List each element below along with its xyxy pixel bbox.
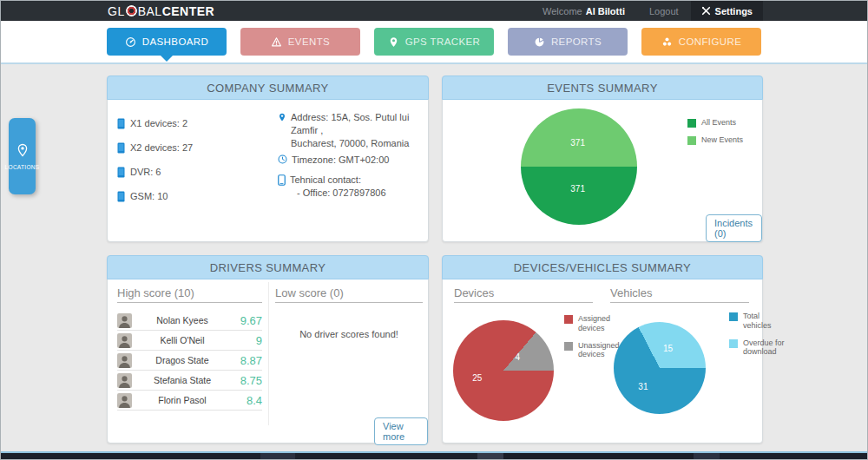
device-count-item: X2 devices: 27	[117, 135, 193, 160]
legend-item: Overdue for download	[729, 338, 788, 358]
person-avatar-icon	[117, 353, 132, 368]
driver-name: Nolan Kyees	[132, 315, 233, 325]
driver-name: Stefania State	[132, 375, 233, 385]
legend-item: New Events	[687, 135, 755, 145]
device-count-item: X1 devices: 2	[117, 111, 193, 135]
driver-score: 9.67	[233, 314, 262, 327]
pie-chart-icon	[534, 36, 545, 48]
pie-slice-value: 15	[663, 343, 673, 352]
vehicles-legend: Total vehicles Overdue for download	[729, 312, 788, 357]
locations-tab-label: LOCATIONS	[5, 164, 40, 170]
driver-row[interactable]: Nolan Kyees 9.67	[117, 311, 262, 331]
person-avatar-icon	[117, 333, 132, 348]
devices-section-title: Devices	[454, 286, 494, 299]
nav-gps-tracker-button[interactable]: GPS TRACKER	[374, 28, 494, 56]
legend-swatch	[687, 119, 696, 128]
incidents-button[interactable]: Incidents (0)	[706, 214, 762, 242]
pie-slice-value: 371	[570, 184, 585, 194]
driver-avatar	[117, 353, 132, 368]
username: Al Bilotti	[586, 6, 625, 16]
driver-avatar	[117, 393, 132, 408]
pie-slice-value: 31	[638, 382, 648, 391]
nav-strip: DASHBOARD EVENTS GPS TRACKER	[1, 21, 867, 64]
drivers-summary-panel: DRIVERS SUMMARY High score (10) Low scor…	[107, 255, 429, 444]
driver-row[interactable]: Stefania State 8.75	[117, 371, 262, 391]
settings-button[interactable]: Settings	[691, 1, 763, 21]
company-summary-title: COMPANY SUMMARY	[107, 76, 429, 100]
device-count-item: GSM: 10	[117, 184, 193, 208]
events-legend: All Events New Events	[687, 118, 755, 145]
company-summary-panel: COMPANY SUMMARY X1 devices: 2 X2	[107, 76, 429, 242]
view-more-button[interactable]: View more	[374, 417, 428, 445]
bottom-map-strip	[1, 451, 867, 459]
driver-score: 8.87	[233, 354, 262, 367]
driver-score: 9	[233, 334, 262, 347]
vehicles-pie-chart[interactable]: 3115	[614, 322, 706, 414]
events-pie-chart[interactable]: 371371	[521, 108, 637, 225]
main-nav: DASHBOARD EVENTS GPS TRACKER	[107, 28, 761, 56]
legend-swatch	[729, 339, 738, 348]
globalcenter-dashboard: GLBALCENTER WelcomeAl Bilotti Logout Set…	[0, 0, 868, 460]
app-logo[interactable]: GLBALCENTER	[108, 1, 214, 21]
legend-swatch	[687, 136, 696, 145]
drivers-summary-title: DRIVERS SUMMARY	[107, 255, 429, 279]
high-score-list: Nolan Kyees 9.67 Kelli O'Neil 9	[117, 311, 262, 411]
driver-row[interactable]: Kelli O'Neil 9	[117, 331, 262, 351]
company-contact: Tehnical contact: - Office: 0727897806	[278, 174, 421, 200]
company-info: Address: 15A, Sos. Putul lui Zamfir , Bu…	[278, 111, 421, 203]
devices-vehicles-summary-panel: DEVICES/VEHICLES SUMMARY Devices Vehicle…	[442, 255, 763, 444]
driver-name: Dragos State	[132, 355, 233, 365]
welcome-text: WelcomeAl Bilotti	[530, 1, 637, 21]
no-scores-message: No driver scores found!	[275, 329, 423, 339]
fan-gear-icon	[661, 36, 673, 48]
legend-item: All Events	[687, 118, 755, 128]
person-avatar-icon	[117, 373, 132, 388]
legend-label: Overdue for download	[743, 338, 788, 358]
logo-text-center: CENTER	[162, 4, 215, 18]
locations-side-tab[interactable]: LOCATIONS	[9, 118, 36, 194]
tools-icon	[701, 6, 711, 16]
driver-avatar	[117, 373, 132, 388]
driver-name: Kelli O'Neil	[132, 335, 233, 345]
mobile-device-icon	[117, 167, 125, 178]
warning-triangle-icon	[271, 36, 282, 48]
devices-pie-chart[interactable]: 254	[453, 320, 554, 421]
nav-dashboard-button[interactable]: DASHBOARD	[107, 28, 227, 56]
person-avatar-icon	[117, 393, 132, 408]
driver-name: Florin Pasol	[132, 395, 233, 405]
device-count-label: DVR: 6	[130, 167, 161, 177]
phone-icon	[278, 174, 286, 186]
pie-slice-value: 25	[472, 373, 482, 383]
legend-swatch	[564, 342, 573, 351]
company-device-counts: X1 devices: 2 X2 devices: 27 DVR:	[117, 111, 193, 208]
location-pin-icon	[388, 36, 399, 48]
legend-swatch	[729, 312, 738, 321]
driver-row[interactable]: Florin Pasol 8.4	[117, 391, 262, 411]
location-pin-icon	[16, 143, 30, 157]
driver-score: 8.4	[233, 394, 262, 407]
pie-slice-value: 4	[515, 352, 520, 361]
person-avatar-icon	[117, 313, 132, 328]
devices-legend: Assigned devices Unassigned devices	[564, 314, 623, 359]
top-bar: GLBALCENTER WelcomeAl Bilotti Logout Set…	[1, 1, 867, 21]
nav-configure-button[interactable]: CONFIGURE	[641, 28, 761, 56]
mobile-device-icon	[117, 118, 125, 129]
target-logo-icon	[126, 5, 137, 16]
driver-row[interactable]: Dragos State 8.87	[117, 351, 262, 371]
company-timezone: Timezone: GMT+02:00	[278, 154, 421, 167]
pie-slice-value: 371	[570, 137, 585, 147]
device-count-label: X1 devices: 2	[130, 118, 187, 128]
devices-vehicles-title: DEVICES/VEHICLES SUMMARY	[442, 255, 763, 279]
logout-link[interactable]: Logout	[637, 1, 691, 21]
nav-events-button[interactable]: EVENTS	[240, 28, 360, 56]
vehicles-section-title: Vehicles	[610, 286, 652, 299]
nav-reports-button[interactable]: REPORTS	[508, 28, 628, 56]
low-score-title: Low score (0)	[275, 286, 344, 299]
device-count-label: GSM: 10	[130, 191, 168, 201]
events-summary-title: EVENTS SUMMARY	[442, 76, 763, 100]
legend-label: All Events	[701, 118, 755, 128]
legend-label: Total vehicles	[743, 312, 788, 331]
device-count-item: DVR: 6	[117, 160, 193, 184]
logo-text-gl: GL	[108, 4, 125, 18]
driver-avatar	[117, 313, 132, 328]
